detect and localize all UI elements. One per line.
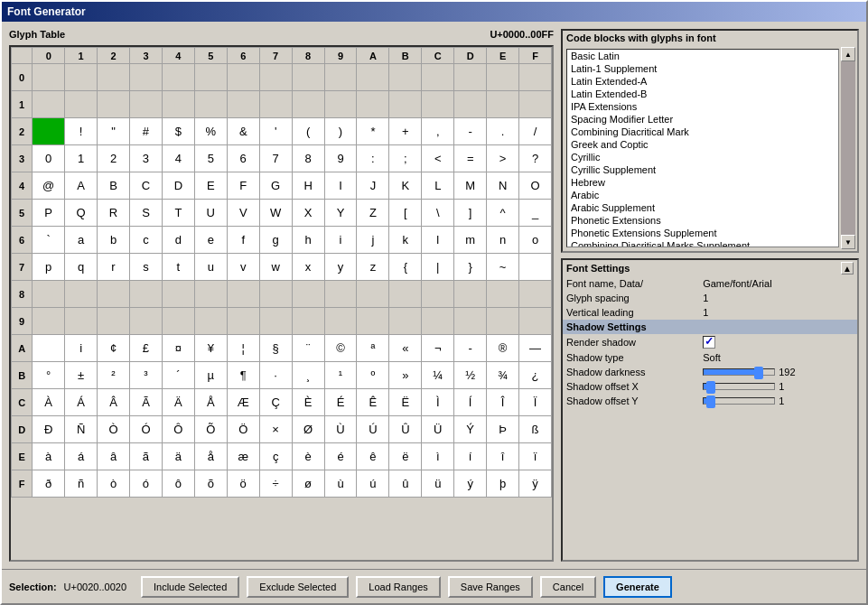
glyph-cell[interactable]: | (422, 254, 454, 281)
glyph-cell[interactable]: î (487, 443, 519, 470)
glyph-cell[interactable] (519, 254, 552, 281)
glyph-cell[interactable]: : (357, 145, 389, 172)
glyph-cell[interactable]: ò (98, 470, 130, 498)
glyph-cell[interactable] (292, 281, 324, 308)
glyph-cell[interactable]: s (130, 254, 163, 281)
glyph-cell[interactable]: Ä (162, 389, 194, 416)
glyph-cell[interactable]: E (194, 172, 227, 200)
glyph-cell[interactable]: Æ (227, 389, 259, 416)
glyph-cell[interactable]: Û (389, 416, 422, 443)
glyph-cell[interactable]: ð (33, 470, 65, 498)
glyph-cell[interactable]: ï (519, 443, 552, 470)
glyph-cell[interactable]: 2 (98, 145, 130, 172)
glyph-cell[interactable]: J (357, 172, 389, 200)
shadow-offset-x-thumb[interactable] (706, 381, 715, 394)
glyph-cell[interactable]: c (130, 227, 163, 254)
glyph-cell[interactable]: ? (519, 145, 552, 172)
glyph-cell[interactable]: B (98, 172, 130, 200)
glyph-cell[interactable]: £ (130, 335, 163, 362)
glyph-cell[interactable] (98, 281, 130, 308)
glyph-cell[interactable]: ä (162, 443, 194, 470)
glyph-cell[interactable] (259, 64, 292, 91)
glyph-cell[interactable] (65, 91, 98, 118)
glyph-cell[interactable]: ¿ (519, 362, 552, 389)
glyph-cell[interactable]: Å (194, 389, 227, 416)
glyph-cell[interactable] (65, 308, 98, 335)
glyph-cell[interactable] (454, 91, 487, 118)
code-blocks-list[interactable]: Basic LatinLatin-1 SupplementLatin Exten… (566, 49, 839, 247)
glyph-cell[interactable]: 9 (324, 145, 357, 172)
glyph-cell[interactable]: ± (65, 362, 98, 389)
glyph-cell[interactable]: û (389, 470, 422, 498)
list-item[interactable]: Basic Latin (567, 50, 838, 62)
glyph-cell[interactable] (357, 64, 389, 91)
glyph-cell[interactable]: W (259, 200, 292, 227)
glyph-cell[interactable] (259, 308, 292, 335)
glyph-cell[interactable]: v (227, 254, 259, 281)
glyph-cell[interactable]: % (194, 118, 227, 145)
list-item[interactable]: Cyrillic Supplement (567, 163, 838, 176)
glyph-cell[interactable]: Ô (162, 416, 194, 443)
glyph-cell[interactable]: R (98, 200, 130, 227)
glyph-cell[interactable] (389, 64, 422, 91)
glyph-cell[interactable]: ^ (487, 200, 519, 227)
glyph-cell[interactable]: d (162, 227, 194, 254)
glyph-cell[interactable]: ´ (162, 362, 194, 389)
glyph-cell[interactable] (98, 64, 130, 91)
glyph-cell[interactable]: Ï (519, 389, 552, 416)
glyph-cell[interactable]: Î (487, 389, 519, 416)
scroll-down-btn[interactable]: ▼ (841, 235, 855, 249)
glyph-cell[interactable]: H (292, 172, 324, 200)
glyph-cell[interactable]: ¥ (194, 335, 227, 362)
glyph-cell[interactable]: ¶ (227, 362, 259, 389)
glyph-cell[interactable] (33, 281, 65, 308)
glyph-cell[interactable] (487, 64, 519, 91)
list-item[interactable]: Cyrillic (567, 151, 838, 163)
glyph-cell[interactable]: X (292, 200, 324, 227)
glyph-cell[interactable]: p (33, 254, 65, 281)
glyph-cell[interactable]: _ (519, 200, 552, 227)
glyph-cell[interactable] (194, 308, 227, 335)
glyph-cell[interactable]: ç (259, 443, 292, 470)
glyph-cell[interactable]: , (422, 118, 454, 145)
glyph-cell[interactable] (389, 308, 422, 335)
list-item[interactable]: Greek and Coptic (567, 138, 838, 151)
glyph-cell[interactable]: j (357, 227, 389, 254)
glyph-cell[interactable] (130, 91, 163, 118)
glyph-cell[interactable]: ² (98, 362, 130, 389)
glyph-cell[interactable]: f (227, 227, 259, 254)
glyph-cell[interactable]: 3 (130, 145, 163, 172)
glyph-cell[interactable]: ' (259, 118, 292, 145)
glyph-cell[interactable] (227, 281, 259, 308)
glyph-cell[interactable] (194, 91, 227, 118)
glyph-cell[interactable]: V (227, 200, 259, 227)
list-item[interactable]: Phonetic Extensions (567, 214, 838, 227)
list-item[interactable]: Arabic (567, 189, 838, 201)
list-item[interactable]: IPA Extensions (567, 100, 838, 113)
glyph-cell[interactable]: ô (162, 470, 194, 498)
glyph-cell[interactable] (454, 281, 487, 308)
glyph-cell[interactable]: ¸ (292, 362, 324, 389)
glyph-cell[interactable]: K (389, 172, 422, 200)
glyph-cell[interactable]: ` (33, 227, 65, 254)
glyph-cell[interactable]: i (324, 227, 357, 254)
glyph-cell[interactable] (324, 281, 357, 308)
glyph-cell[interactable]: ü (422, 470, 454, 498)
glyph-cell[interactable] (33, 118, 65, 145)
glyph-cell[interactable] (487, 281, 519, 308)
glyph-cell[interactable] (422, 64, 454, 91)
glyph-cell[interactable] (357, 91, 389, 118)
glyph-cell[interactable] (422, 91, 454, 118)
list-item[interactable]: Latin Extended-A (567, 75, 838, 88)
glyph-cell[interactable]: N (487, 172, 519, 200)
glyph-cell[interactable]: Ç (259, 389, 292, 416)
render-shadow-value[interactable] (699, 334, 857, 350)
glyph-cell[interactable]: > (487, 145, 519, 172)
glyph-cell[interactable]: A (65, 172, 98, 200)
glyph-cell[interactable] (292, 91, 324, 118)
glyph-cell[interactable] (194, 64, 227, 91)
glyph-cell[interactable] (389, 91, 422, 118)
glyph-cell[interactable]: h (292, 227, 324, 254)
glyph-cell[interactable]: ú (357, 470, 389, 498)
glyph-cell[interactable]: « (389, 335, 422, 362)
